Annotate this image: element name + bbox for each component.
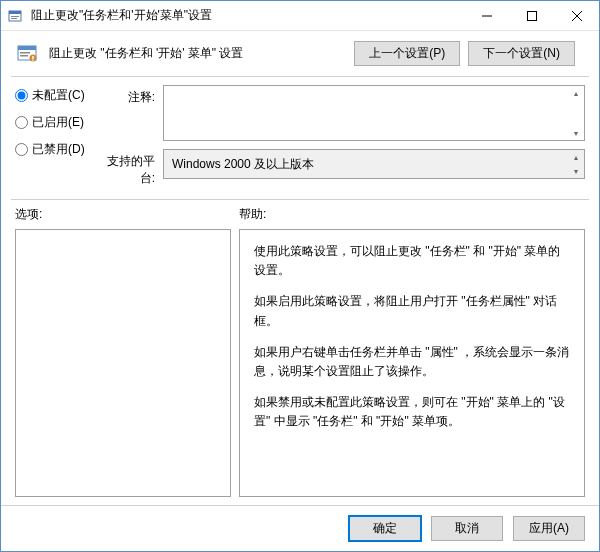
radio-enabled-input[interactable] — [15, 116, 28, 129]
panels-row: 使用此策略设置，可以阻止更改 "任务栏" 和 "开始" 菜单的设置。 如果启用此… — [1, 229, 599, 505]
help-paragraph: 如果用户右键单击任务栏并单击 "属性" ，系统会显示一条消息，说明某个设置阻止了… — [254, 343, 570, 381]
state-radio-group: 未配置(C) 已启用(E) 已禁用(D) — [15, 85, 95, 187]
policy-editor-window: 阻止更改"任务栏和'开始'菜单"设置 阻止更改 "任务栏和 '开始' 菜单" 设… — [0, 0, 600, 552]
radio-not-configured-input[interactable] — [15, 89, 28, 102]
scroll-up-icon[interactable]: ▴ — [567, 150, 584, 164]
app-icon — [7, 8, 23, 24]
minimize-button[interactable] — [464, 1, 509, 30]
scroll-arrows: ▴ ▾ — [567, 150, 584, 178]
svg-rect-11 — [20, 55, 28, 57]
radio-label: 已启用(E) — [32, 114, 84, 131]
svg-rect-10 — [20, 52, 30, 54]
help-paragraph: 如果启用此策略设置，将阻止用户打开 "任务栏属性" 对话框。 — [254, 292, 570, 330]
radio-label: 未配置(C) — [32, 87, 85, 104]
platform-value: Windows 2000 及以上版本 — [172, 157, 314, 171]
options-label: 选项: — [15, 206, 239, 223]
header-row: 阻止更改 "任务栏和 '开始' 菜单" 设置 上一个设置(P) 下一个设置(N) — [1, 31, 599, 76]
cancel-button[interactable]: 取消 — [431, 516, 503, 541]
radio-label: 已禁用(D) — [32, 141, 85, 158]
radio-disabled[interactable]: 已禁用(D) — [15, 141, 95, 158]
comment-textarea[interactable]: ▴ ▾ — [163, 85, 585, 141]
svg-rect-3 — [11, 18, 17, 19]
apply-button[interactable]: 应用(A) — [513, 516, 585, 541]
help-panel: 使用此策略设置，可以阻止更改 "任务栏" 和 "开始" 菜单的设置。 如果启用此… — [239, 229, 585, 497]
radio-not-configured[interactable]: 未配置(C) — [15, 87, 95, 104]
svg-rect-13 — [32, 56, 33, 59]
comment-label: 注释: — [95, 85, 155, 106]
policy-icon — [15, 42, 39, 66]
titlebar: 阻止更改"任务栏和'开始'菜单"设置 — [1, 1, 599, 31]
platform-label: 支持的平台: — [95, 149, 155, 187]
window-controls — [464, 1, 599, 30]
panel-labels: 选项: 帮助: — [1, 206, 599, 229]
policy-title: 阻止更改 "任务栏和 '开始' 菜单" 设置 — [49, 45, 344, 62]
fields-column: 注释: ▴ ▾ 支持的平台: Windows 2000 及以上版本 ▴ — [95, 85, 585, 187]
svg-line-6 — [572, 11, 582, 21]
svg-rect-1 — [9, 11, 21, 14]
scroll-arrows: ▴ ▾ — [567, 86, 584, 140]
help-paragraph: 如果禁用或未配置此策略设置，则可在 "开始" 菜单上的 "设置" 中显示 "任务… — [254, 393, 570, 431]
ok-button[interactable]: 确定 — [349, 516, 421, 541]
svg-line-7 — [572, 11, 582, 21]
options-panel — [15, 229, 231, 497]
radio-enabled[interactable]: 已启用(E) — [15, 114, 95, 131]
close-button[interactable] — [554, 1, 599, 30]
dialog-footer: 确定 取消 应用(A) — [1, 505, 599, 551]
config-section: 未配置(C) 已启用(E) 已禁用(D) 注释: ▴ ▾ — [1, 85, 599, 195]
scroll-down-icon[interactable]: ▾ — [567, 126, 584, 140]
window-title: 阻止更改"任务栏和'开始'菜单"设置 — [29, 7, 464, 24]
svg-rect-2 — [11, 16, 19, 17]
svg-rect-14 — [32, 59, 33, 60]
help-label: 帮助: — [239, 206, 266, 223]
radio-disabled-input[interactable] — [15, 143, 28, 156]
client-area: 阻止更改 "任务栏和 '开始' 菜单" 设置 上一个设置(P) 下一个设置(N)… — [1, 31, 599, 551]
divider — [11, 199, 589, 200]
svg-rect-5 — [527, 11, 536, 20]
help-paragraph: 使用此策略设置，可以阻止更改 "任务栏" 和 "开始" 菜单的设置。 — [254, 242, 570, 280]
divider — [11, 76, 589, 77]
scroll-down-icon[interactable]: ▾ — [567, 164, 584, 178]
supported-platform-box: Windows 2000 及以上版本 ▴ ▾ — [163, 149, 585, 179]
previous-setting-button[interactable]: 上一个设置(P) — [354, 41, 460, 66]
next-setting-button[interactable]: 下一个设置(N) — [468, 41, 575, 66]
scroll-up-icon[interactable]: ▴ — [567, 86, 584, 100]
svg-rect-9 — [18, 46, 36, 50]
maximize-button[interactable] — [509, 1, 554, 30]
